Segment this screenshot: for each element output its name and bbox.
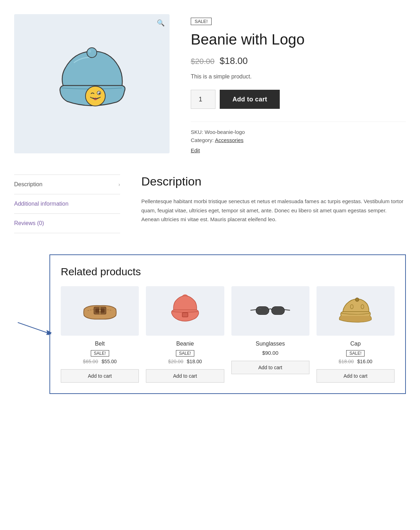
- sunglasses-name: Sunglasses: [231, 341, 309, 347]
- sale-badge: SALE!: [191, 18, 212, 25]
- related-section-wrapper: Related products Belt: [14, 254, 406, 394]
- cap-sale-price: $16.00: [357, 359, 372, 364]
- price-container: $20.00 $18.00: [191, 55, 406, 66]
- related-products-box: Related products Belt: [49, 254, 406, 394]
- beanie-sale-badge: SALE!: [176, 350, 194, 357]
- tabs-section: Description › Additional information Rev…: [14, 175, 406, 233]
- svg-point-2: [99, 93, 100, 94]
- cap-sale-badge: SALE!: [346, 350, 365, 357]
- product-title: Beanie with Logo: [191, 31, 406, 48]
- beanie-sale-price: $18.00: [187, 359, 202, 364]
- products-grid: Belt SALE! $65.00 $55.00 Add to cart: [61, 286, 395, 383]
- belt-price: $65.00 $55.00: [61, 359, 139, 364]
- product-image: [39, 31, 145, 137]
- belt-sale-price: $55.00: [102, 359, 117, 364]
- cap-name: Cap: [317, 341, 395, 347]
- cap-image[interactable]: [317, 286, 395, 336]
- cap-price: $18.00 $16.00: [317, 359, 395, 364]
- tab-description[interactable]: Description ›: [14, 175, 120, 194]
- tab-content: Description Pellentesque habitant morbi …: [141, 175, 406, 233]
- arrow-indicator: [14, 317, 57, 340]
- sale-price: $18.00: [220, 55, 248, 66]
- svg-point-12: [99, 310, 101, 311]
- belt-name: Belt: [61, 341, 139, 347]
- belt-add-to-cart-button[interactable]: Add to cart: [61, 369, 139, 383]
- beanie-add-to-cart-button[interactable]: Add to cart: [146, 369, 224, 383]
- product-card-cap: Cap SALE! $18.00 $16.00 Add to cart: [317, 286, 395, 383]
- product-sku: SKU: Woo-beanie-logo: [191, 129, 406, 135]
- tab-reviews-label: Reviews (0): [14, 220, 44, 226]
- cap-original-price: $18.00: [339, 359, 354, 364]
- category-link[interactable]: Accessories: [215, 137, 243, 143]
- product-meta: SKU: Woo-beanie-logo Category: Accessori…: [191, 122, 406, 153]
- sunglasses-image[interactable]: [231, 286, 309, 336]
- edit-link[interactable]: Edit: [191, 147, 406, 153]
- tab-description-label: Description: [14, 181, 42, 188]
- product-description: This is a simple product.: [191, 73, 406, 80]
- beanie-price: $20.00 $18.00: [146, 359, 224, 364]
- svg-point-0: [85, 86, 105, 106]
- beanie-illustration: [46, 38, 138, 130]
- related-products-title: Related products: [61, 266, 395, 278]
- product-card-beanie: Beanie SALE! $20.00 $18.00 Add to cart: [146, 286, 224, 383]
- tabs-sidebar: Description › Additional information Rev…: [14, 175, 120, 233]
- svg-line-6: [18, 323, 48, 333]
- add-to-cart-row: Add to cart: [191, 90, 406, 109]
- category-label: Category:: [191, 137, 214, 143]
- cap-illustration: [336, 293, 375, 329]
- product-card-sunglasses: Sunglasses $90.00 Add to cart: [231, 286, 309, 383]
- tab-content-body: Pellentesque habitant morbi tristique se…: [141, 197, 406, 224]
- sunglasses-illustration: [249, 297, 291, 325]
- page-wrapper: 🔍: [0, 0, 420, 415]
- quantity-input[interactable]: [191, 90, 215, 109]
- beanie-name: Beanie: [146, 341, 224, 347]
- zoom-icon[interactable]: 🔍: [157, 19, 165, 27]
- product-image-container: 🔍: [14, 14, 170, 153]
- arrow-svg: [14, 317, 57, 338]
- add-to-cart-button[interactable]: Add to cart: [220, 90, 280, 109]
- tab-additional-info-label: Additional information: [14, 201, 69, 207]
- sunglasses-price: $90.00: [231, 350, 309, 356]
- svg-point-5: [88, 50, 91, 53]
- sunglasses-regular-price: $90.00: [262, 350, 278, 356]
- belt-sale-badge: SALE!: [91, 350, 109, 357]
- original-price: $20.00: [191, 57, 214, 66]
- product-section: 🔍: [14, 7, 406, 153]
- svg-point-21: [355, 298, 359, 301]
- product-category: Category: Accessories: [191, 137, 406, 143]
- chevron-right-icon: ›: [118, 182, 120, 187]
- tab-content-title: Description: [141, 175, 406, 188]
- sku-value: Woo-beanie-logo: [205, 129, 245, 135]
- sku-label: SKU:: [191, 129, 203, 135]
- svg-rect-20: [272, 307, 284, 314]
- product-card-belt: Belt SALE! $65.00 $55.00 Add to cart: [61, 286, 139, 383]
- beanie-pink-illustration: [167, 292, 203, 330]
- beanie-image[interactable]: [146, 286, 224, 336]
- product-details: SALE! Beanie with Logo $20.00 $18.00 Thi…: [191, 14, 406, 153]
- svg-rect-14: [182, 313, 188, 317]
- sunglasses-add-to-cart-button[interactable]: Add to cart: [231, 361, 309, 374]
- cap-add-to-cart-button[interactable]: Add to cart: [317, 369, 395, 383]
- beanie-original-price: $20.00: [168, 359, 183, 364]
- belt-image[interactable]: [61, 286, 139, 336]
- belt-original-price: $65.00: [83, 359, 98, 364]
- tab-additional-info[interactable]: Additional information: [14, 194, 120, 214]
- tab-reviews[interactable]: Reviews (0): [14, 214, 120, 233]
- svg-point-4: [87, 48, 97, 58]
- belt-illustration: [81, 295, 119, 327]
